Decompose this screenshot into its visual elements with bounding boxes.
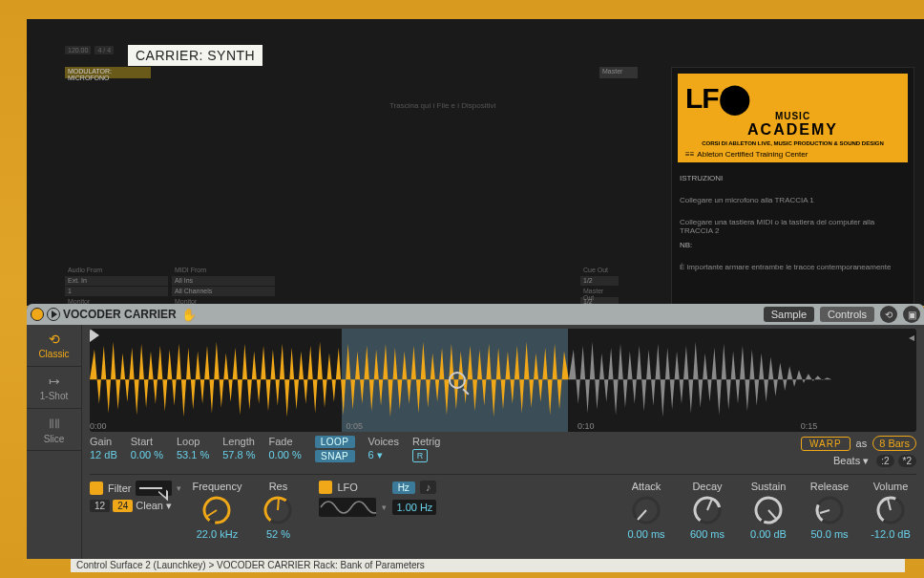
slope-24[interactable]: 24 [113, 500, 133, 512]
logo-academy: ACADEMY [685, 121, 900, 139]
arrow-right-icon: ↦ [49, 374, 60, 389]
device-power-button[interactable] [31, 308, 44, 321]
simpler-device: VOCODER CARRIER ✋ Sample Controls ⟲ ▣ ⟲ … [27, 304, 924, 559]
save-preset-button[interactable]: ▣ [903, 306, 920, 323]
filter-shape-display[interactable] [136, 481, 172, 496]
knob-decay[interactable]: Decay 600 ms [682, 481, 733, 540]
io-all-ins[interactable]: All Ins [172, 276, 275, 286]
ruler-t1: 0:05 [346, 421, 363, 431]
filter-section: Filter ▾ 12 24 Clean ▾ [90, 481, 181, 512]
tab-sample[interactable]: Sample [764, 307, 814, 322]
lfo-sync-button[interactable]: ♪ [420, 481, 437, 494]
knob-sustain[interactable]: Sustain 0.00 dB [743, 481, 794, 540]
controls-row: Filter ▾ 12 24 Clean ▾ Frequency [90, 475, 916, 540]
lfo-rate[interactable]: 1.00 Hz [392, 500, 436, 515]
time-ruler: 0:00 0:05 0:10 0:15 [90, 418, 916, 432]
bars-value[interactable]: 8 Bars [872, 436, 916, 451]
warp-toggle[interactable]: WARP [801, 437, 850, 451]
param-loop[interactable]: Loop53.1 % [177, 436, 209, 460]
filter-circuit-dropdown[interactable]: Clean ▾ [136, 500, 172, 512]
knob-attack[interactable]: Attack 0.00 ms [620, 481, 672, 540]
lfo-academy-logo: LF⬤ MUSIC ACADEMY CORSI DI ABLETON LIVE,… [678, 74, 908, 162]
cue-out[interactable]: 1/2 [580, 276, 619, 286]
param-length[interactable]: Length57.8 % [222, 436, 255, 460]
device-titlebar: VOCODER CARRIER ✋ Sample Controls ⟲ ▣ [27, 304, 924, 325]
device-title-text: VOCODER CARRIER [63, 308, 177, 321]
overlay-carrier-label: CARRIER: SYNTH [128, 45, 262, 66]
instruction-1: Collegare un microfono alla TRACCIA 1 [672, 182, 914, 204]
hotswap-button[interactable]: ⟲ [880, 306, 897, 323]
knob-volume[interactable]: Volume -12.0 dB [865, 481, 916, 540]
nb-title: NB: [672, 235, 914, 249]
warp-mode-dropdown[interactable]: Beats ▾ [830, 454, 872, 468]
param-start[interactable]: Start0.00 % [131, 436, 163, 460]
knob-frequency[interactable]: Frequency 22.0 kHz [191, 481, 242, 540]
mode-oneshot[interactable]: ↦ 1-Shot [27, 367, 81, 409]
double-button[interactable]: *2 [898, 455, 916, 467]
ableton-cert: ≡≡ Ableton Certified Training Center [685, 150, 900, 159]
drop-hint: Trascina qui i File e i Dispositivi [389, 101, 495, 110]
knob-release[interactable]: Release 50.0 ms [804, 481, 855, 540]
io-audio-from-lbl: Audio From [65, 266, 168, 275]
lfo-section: LFO Hz ♪ ▾ 1.00 Hz [319, 481, 436, 517]
filter-label: Filter [108, 482, 131, 494]
waveform-svg [90, 329, 916, 430]
envelope-section: Attack 0.00 ms Decay 600 ms Sustain [620, 481, 916, 540]
status-bar: Control Surface 2 (Launchkey) > VOCODER … [71, 559, 905, 572]
chevron-down-icon: ▾ [382, 503, 387, 512]
io-all-ch[interactable]: All Channels [172, 287, 275, 296]
slope-12[interactable]: 12 [90, 500, 110, 512]
mode-classic[interactable]: ⟲ Classic [27, 325, 81, 367]
instruction-2: Collegare una tastiera MIDI o la tastier… [672, 204, 914, 235]
lfo-enable[interactable] [319, 481, 332, 494]
mode-oneshot-label: 1-Shot [40, 391, 68, 401]
param-fade[interactable]: Fade0.00 % [269, 436, 302, 460]
filter-enable[interactable] [90, 482, 103, 495]
end-arrow-icon: ◂ [909, 331, 914, 344]
param-voices[interactable]: Voices6 ▾ [368, 436, 399, 461]
master-out-lbl: Master Out [580, 287, 619, 296]
magnifier-icon[interactable] [449, 372, 466, 389]
ruler-t2: 0:10 [578, 421, 595, 431]
instructions-title: ISTRUZIONI [672, 168, 914, 182]
time-sig[interactable]: 4 / 4 [94, 46, 114, 54]
info-panel: LF⬤ MUSIC ACADEMY CORSI DI ABLETON LIVE,… [671, 67, 914, 325]
start-marker[interactable] [90, 329, 99, 342]
playback-mode-tabs: ⟲ Classic ↦ 1-Shot ⦀⦀ Slice [27, 325, 82, 559]
io-midi-from-lbl: MIDI From [172, 266, 275, 275]
ruler-t0: 0:00 [90, 421, 107, 431]
hand-icon: ✋ [181, 308, 197, 322]
logo-sub: CORSI DI ABLETON LIVE, MUSIC PRODUCTION … [685, 140, 900, 146]
param-gain[interactable]: Gain12 dB [90, 436, 117, 460]
device-preview-button[interactable] [47, 308, 60, 321]
ruler-t3: 0:15 [801, 421, 818, 431]
knob-resonance[interactable]: Res 52 % [252, 481, 304, 540]
half-button[interactable]: :2 [876, 455, 893, 467]
tab-controls[interactable]: Controls [820, 307, 874, 322]
tempo[interactable]: 120.00 [65, 46, 91, 54]
lfo-hz-button[interactable]: Hz [392, 482, 415, 494]
mode-slice-label: Slice [44, 434, 65, 444]
io-ext-in[interactable]: Ext. In [65, 276, 168, 286]
cue-out-lbl: Cue Out [580, 266, 619, 275]
lfo-shape-display[interactable] [319, 498, 376, 517]
nb-text: È importante armare entrambe le tracce c… [672, 249, 914, 271]
lfo-label: LFO [337, 482, 357, 493]
param-retrig[interactable]: RetrigR [412, 436, 440, 462]
logo-lf: LF [685, 82, 719, 114]
waveform-display[interactable]: ◂ 0:00 0:05 0:10 0:15 [90, 329, 916, 432]
master-header[interactable]: Master [599, 67, 638, 78]
sample-params-row: Gain12 dB Start0.00 % Loop53.1 % Length5… [90, 432, 916, 475]
snap-toggle[interactable]: SNAP [315, 450, 355, 462]
as-label: as [856, 438, 868, 449]
loop-toggle[interactable]: LOOP [315, 436, 355, 448]
io-ch[interactable]: 1 [65, 287, 168, 296]
master-bus: Cue Out 1/2 Master Out 1/2 [580, 266, 638, 308]
mode-slice[interactable]: ⦀⦀ Slice [27, 409, 81, 451]
track-header-1[interactable]: MODULATOR: MICROFONO [65, 67, 151, 78]
slice-bars-icon: ⦀⦀ [49, 416, 60, 432]
loop-arrows-icon: ⟲ [49, 332, 60, 347]
mode-classic-label: Classic [38, 349, 69, 359]
chevron-down-icon: ▾ [177, 483, 181, 493]
